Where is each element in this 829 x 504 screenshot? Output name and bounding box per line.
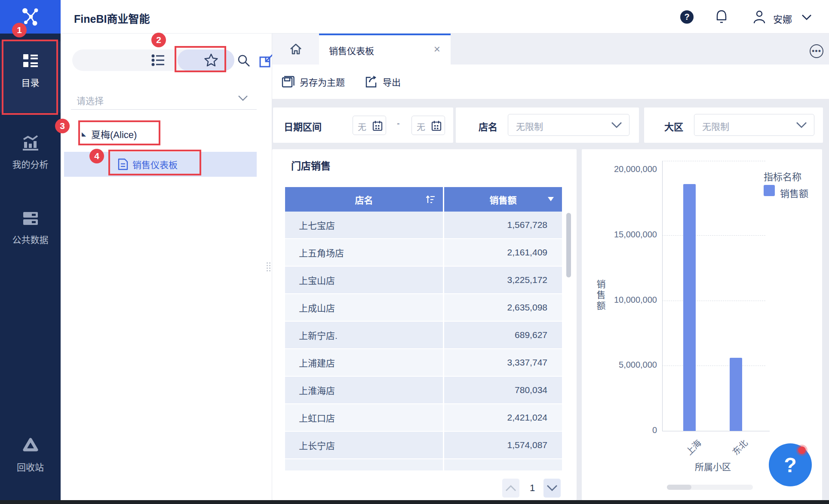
favorites-star-icon[interactable] xyxy=(204,53,218,68)
region-select-value: 无限制 xyxy=(702,120,729,132)
column-label: 店名 xyxy=(355,193,373,206)
page-number: 1 xyxy=(526,479,539,498)
region-label: 大区 xyxy=(664,119,683,133)
table-row[interactable]: 上浦建店3,337,747 xyxy=(285,349,563,377)
column-header-sales[interactable]: 销售额 xyxy=(444,187,562,212)
store-sales-widget: 门店销售 店名 销售额 上七宝店1,567,728上五角场店2,161,409上… xyxy=(272,149,577,500)
dashboard-toolbar: 另存为主题 导出 xyxy=(272,65,829,99)
page-down-button[interactable] xyxy=(543,479,561,498)
chevron-down-icon xyxy=(611,122,622,129)
sidebar-item-label: 公共数据 xyxy=(12,235,49,245)
sidebar-item-catalog[interactable]: 目录 xyxy=(0,52,61,89)
save-as-theme-button[interactable]: 另存为主题 xyxy=(282,65,345,99)
store-name-cell: 上新宁店. xyxy=(285,322,444,348)
table-row[interactable]: 上新宁店.689,627 xyxy=(285,322,563,349)
table-row[interactable]: 上虹口店2,421,024 xyxy=(285,404,563,432)
tree-select-input[interactable]: 请选择 xyxy=(77,94,104,107)
sales-value-cell: 2,161,409 xyxy=(444,239,562,266)
edit-entry-icon[interactable] xyxy=(259,54,274,68)
help-icon[interactable]: ? xyxy=(680,10,694,24)
panel-resize-handle[interactable] xyxy=(267,262,272,271)
range-separator: - xyxy=(397,119,400,129)
finebi-logo[interactable] xyxy=(0,0,61,34)
gridline xyxy=(662,366,765,366)
save-as-icon xyxy=(282,75,295,88)
slider-thumb[interactable] xyxy=(667,485,691,490)
date-to-input[interactable]: 无 xyxy=(411,116,445,135)
filter-region: 大区 无限制 xyxy=(644,108,823,143)
sidebar: 目录 我的分析 公共数据 回收站 xyxy=(0,0,61,504)
table-row[interactable]: 上长宁店1,574,087 xyxy=(285,432,563,459)
legend-series-label[interactable]: 销售额 xyxy=(780,186,808,200)
store-name-cell: 上五角场店 xyxy=(285,239,444,266)
table-scrollbar[interactable] xyxy=(566,213,571,277)
sales-value-cell: 689,627 xyxy=(444,322,562,348)
column-label: 销售额 xyxy=(490,193,517,206)
tree-node-label: 夏梅(Alice) xyxy=(91,127,137,141)
filter-store: 店名 无限制 xyxy=(456,108,639,143)
table-row[interactable]: 上淮海店780,034 xyxy=(285,377,563,404)
chevron-down-icon xyxy=(796,122,807,129)
y-axis-tick-label: 10,000,000 xyxy=(584,295,657,305)
table-row[interactable]: 上宝山店3,225,172 xyxy=(285,267,563,294)
recycle-icon xyxy=(21,437,40,454)
chevron-down-icon[interactable] xyxy=(801,14,812,21)
sidebar-item-label: 目录 xyxy=(21,78,40,88)
chevron-down-icon[interactable] xyxy=(238,95,248,101)
sidebar-item-recycle-bin[interactable]: 回收站 xyxy=(0,437,61,473)
bell-icon[interactable] xyxy=(715,9,728,24)
gridline xyxy=(662,161,765,161)
column-header-store[interactable]: 店名 xyxy=(285,187,444,212)
sidebar-item-public-data[interactable]: 公共数据 xyxy=(0,210,61,246)
bar-东北[interactable] xyxy=(730,358,742,431)
table-row-clipped xyxy=(285,459,563,470)
table-row[interactable]: 上七宝店1,567,728 xyxy=(285,212,563,239)
store-name-cell: 上浦建店 xyxy=(285,349,444,376)
sort-descending-triangle-icon[interactable] xyxy=(547,197,554,202)
divider xyxy=(71,109,257,110)
region-select[interactable]: 无限制 xyxy=(694,114,814,136)
catalog-panel: 请选择 ◣ 夏梅(Alice) 销售仪表板 xyxy=(61,34,272,500)
date-from-value: 无 xyxy=(358,120,366,133)
x-axis-line xyxy=(662,431,770,431)
date-to-value: 无 xyxy=(417,120,425,133)
sidebar-item-label: 回收站 xyxy=(17,462,44,472)
more-options-icon[interactable]: ••• xyxy=(810,44,823,58)
sidebar-item-my-analysis[interactable]: 我的分析 xyxy=(0,134,61,170)
tab-close-icon[interactable]: × xyxy=(434,43,440,55)
app-title: FineBI商业智能 xyxy=(74,10,150,26)
y-axis-tick-label: 20,000,000 xyxy=(584,164,657,174)
store-name-cell: 上虹口店 xyxy=(285,404,444,431)
user-name[interactable]: 安娜 xyxy=(773,12,792,25)
chart-zoom-slider[interactable] xyxy=(667,485,753,490)
store-name-cell: 上宝山店 xyxy=(285,267,444,293)
window-bottom-edge xyxy=(0,500,829,504)
export-button[interactable]: 导出 xyxy=(365,65,401,99)
filter-date-range: 日期区间 无 - 无 xyxy=(273,108,453,143)
sales-value-cell: 780,034 xyxy=(444,377,562,403)
sort-ascending-icon[interactable] xyxy=(426,195,435,204)
page-up-button[interactable] xyxy=(502,479,519,498)
chevron-down-icon xyxy=(547,485,558,492)
table-row[interactable]: 上成山店2,635,098 xyxy=(285,294,563,322)
tree-expand-icon[interactable]: ◣ xyxy=(82,131,86,137)
calendar-icon xyxy=(431,120,442,132)
table-row[interactable]: 上五角场店2,161,409 xyxy=(285,239,563,267)
chevron-up-icon xyxy=(505,485,516,492)
store-select[interactable]: 无限制 xyxy=(508,114,629,136)
home-tab-button[interactable] xyxy=(272,34,319,65)
bar-上海[interactable] xyxy=(683,184,696,431)
user-icon[interactable] xyxy=(752,9,766,24)
date-from-input[interactable]: 无 xyxy=(353,116,386,135)
search-icon[interactable] xyxy=(237,54,251,68)
sales-value-cell: 2,635,098 xyxy=(444,294,562,321)
tree-node-user[interactable]: ◣ 夏梅(Alice) xyxy=(82,124,137,144)
export-icon xyxy=(365,75,378,88)
tab-sales-dashboard[interactable]: 销售仪表板 × xyxy=(319,34,451,65)
legend-title: 指标名称 xyxy=(764,169,801,183)
table-title: 门店销售 xyxy=(291,158,331,172)
list-view-icon[interactable] xyxy=(151,54,165,67)
store-name-cell: 上七宝店 xyxy=(285,212,444,238)
tree-leaf-dashboard[interactable]: 销售仪表板 xyxy=(64,152,257,177)
legend-swatch[interactable] xyxy=(764,185,775,196)
